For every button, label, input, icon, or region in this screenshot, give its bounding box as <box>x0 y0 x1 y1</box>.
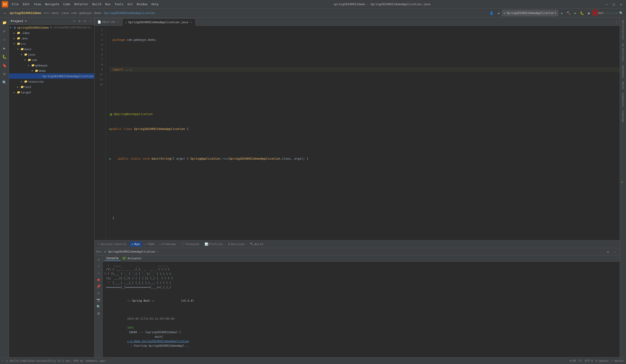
tree-target[interactable]: ▶ 📁 target <box>9 90 94 95</box>
status-branch[interactable]: ⑂ master <box>611 359 624 363</box>
status-indent[interactable]: 4 spaces <box>596 359 609 363</box>
pin-btn[interactable]: 📌 <box>95 283 102 289</box>
bt-problems[interactable]: ⚠ Problems <box>157 242 178 247</box>
tree-java[interactable]: ▼ 📁 java <box>9 52 94 57</box>
settings-gear-btn[interactable]: ⚙ <box>605 248 611 255</box>
settings-btn[interactable]: ⚙ <box>83 19 87 23</box>
right-endpoints[interactable]: Endpoints <box>621 91 625 109</box>
menu-window[interactable]: Window <box>135 2 149 6</box>
menu-git[interactable]: Git <box>126 2 134 6</box>
menu-run[interactable]: Run <box>104 2 112 6</box>
tree-src[interactable]: ▼ 📁 src <box>9 41 94 46</box>
panel-close-btn[interactable]: — <box>88 19 92 23</box>
maximize-button[interactable]: □ <box>611 1 617 7</box>
right-notifications[interactable]: Notifications <box>621 18 625 41</box>
tree-idea[interactable]: ▶ 📁 .idea <box>9 30 94 36</box>
coverage-btn[interactable]: ◉ <box>586 10 592 16</box>
scroll-down-btn[interactable]: ↓ <box>95 270 102 276</box>
tree-main-class[interactable]: ▶ ☕ Spring20240921demoApplication <box>9 73 94 79</box>
sidebar-git-btn[interactable]: ⑂ <box>0 36 8 44</box>
run-refresh-btn[interactable]: ↻ <box>559 10 565 16</box>
tree-gobeyye-arrow: ▼ <box>28 64 31 67</box>
menu-code[interactable]: Code <box>61 2 72 6</box>
filter-btn[interactable]: ≡ <box>95 290 102 296</box>
main-tab-close[interactable]: ✕ <box>190 20 193 24</box>
help-tab-close[interactable]: ✕ <box>116 20 119 24</box>
status-line-ending[interactable]: LF <box>579 359 582 363</box>
gc-btn[interactable]: 🗑 <box>95 310 102 317</box>
search-btn[interactable]: 🔍 <box>618 10 624 16</box>
bt-profiler[interactable]: 📊 Profiler <box>202 242 226 247</box>
tree-resources[interactable]: ▶ 📁 resources <box>9 79 94 84</box>
sidebar-run-btn[interactable]: ▶ <box>0 44 8 52</box>
tab-help[interactable]: 📄 HELP.md ✕ <box>95 18 122 25</box>
run-line-7-btn[interactable]: ▶ <box>109 126 111 131</box>
collapse-btn[interactable]: ⊟ <box>77 19 82 23</box>
camera-btn[interactable]: 📷 <box>95 297 102 303</box>
bt-terminal[interactable]: ⬛ Terminal <box>179 242 202 247</box>
menu-view[interactable]: View <box>32 2 43 6</box>
tree-demo[interactable]: ▼ 📁 demo <box>9 68 94 73</box>
run-panel-close[interactable]: ✕ <box>157 250 159 253</box>
tree-mvn[interactable]: ▶ 📁 .mvn <box>9 36 94 41</box>
run-btn[interactable]: ▶ <box>572 10 579 16</box>
tree-com[interactable]: ▼ 📁 com <box>9 57 94 63</box>
status-encoding[interactable]: UTF-8 <box>585 359 593 363</box>
code-content[interactable]: package com.gobeyye.demo; import ...; 🌿 … <box>106 26 620 240</box>
main-area: 📁 ✔ ⑂ ▶ 🐛 🔖 ≡ 🔍 Project ▼ ⊙ ⊟ <box>0 18 626 357</box>
sync-btn[interactable]: ⊙ <box>72 19 76 23</box>
menu-navigate[interactable]: Navigate <box>43 2 61 6</box>
tab-more-btn[interactable]: ⋮ <box>613 18 620 25</box>
analyze-btn[interactable]: 🔍 <box>95 303 102 310</box>
status-position[interactable]: 4:69 <box>570 359 576 363</box>
minimize-button[interactable]: — <box>603 1 610 7</box>
bt-version-control[interactable]: ⑂ Version Control <box>95 242 129 247</box>
back-button[interactable]: ← <box>2 10 8 16</box>
close-button[interactable]: ✕ <box>618 1 624 7</box>
project-panel-dropdown[interactable]: ▼ <box>25 19 27 23</box>
nav-btn-back[interactable]: ◄ <box>495 10 502 16</box>
run-config-selector[interactable]: ▶ Spring20240921demoApplication ▼ <box>502 10 558 16</box>
bt-services[interactable]: ⚙ Services <box>226 242 247 247</box>
minimize-panel-btn[interactable]: — <box>612 248 618 255</box>
tree-main[interactable]: ▼ 📁 main <box>9 46 94 52</box>
right-maven[interactable]: Maven <box>621 80 625 91</box>
right-database[interactable]: Database <box>621 64 625 80</box>
bt-build[interactable]: 🔨 Build <box>248 242 265 247</box>
console-output[interactable]: . ____ _ __ _ _ /\\ / ___'_ __ _ _(_)_ _… <box>103 262 620 357</box>
scroll-up-btn[interactable]: ↑ <box>95 263 102 269</box>
sidebar-debug-btn[interactable]: 🐛 <box>0 53 8 61</box>
run-line-9-btn[interactable]: ▶ <box>109 156 111 161</box>
sidebar-bookmarks-btn[interactable]: 🔖 <box>0 61 8 69</box>
stop-button[interactable]: ■ <box>592 10 598 15</box>
menu-file[interactable]: File <box>10 2 20 6</box>
tab-main[interactable]: ☕ Spring20240921demoApplication.java ✕ <box>122 18 196 26</box>
stop-run-btn[interactable]: ■ <box>95 277 102 283</box>
sidebar-structure-btn[interactable]: ≡ <box>0 70 8 78</box>
code-editor[interactable]: 1 2 3 4 5 6 7 8 9 12 13 14 package com.g… <box>95 26 620 240</box>
sidebar-project-btn[interactable]: 📁 <box>0 18 8 27</box>
bt-run[interactable]: ▶ Run <box>129 242 142 247</box>
rerun-btn[interactable]: ↺ <box>95 256 102 262</box>
tree-gobeyye[interactable]: ▼ 📁 gobeyye <box>9 63 94 68</box>
bt-todo[interactable]: ✏ TODO <box>143 242 157 247</box>
run-build-btn[interactable]: 🔨 <box>565 10 572 16</box>
menu-build[interactable]: Build <box>91 2 103 6</box>
tree-root[interactable]: ▼ ◉ spring20240921demo D:\Gitee代码\日常代码\d… <box>9 25 94 30</box>
sidebar-find-btn[interactable]: 🔍 <box>0 78 8 86</box>
tree-test[interactable]: ▶ 📁 test <box>9 84 94 90</box>
menu-help[interactable]: Help <box>150 2 160 6</box>
sidebar-commit-btn[interactable]: ✔ <box>0 27 8 35</box>
right-ai-assistant[interactable]: AI Assistant <box>621 42 625 63</box>
git-fetch[interactable]: ↓ <box>613 11 615 15</box>
git-revert[interactable]: ↩ <box>616 11 618 15</box>
nav-btn-1[interactable]: 👤 <box>488 10 495 16</box>
menu-tools[interactable]: Tools <box>113 2 125 6</box>
menu-refactor[interactable]: Refactor <box>73 2 90 6</box>
console-subtab-actuator[interactable]: 🌿 Actuator <box>120 256 143 260</box>
debug-btn[interactable]: 🐛 <box>579 10 585 16</box>
right-coverage[interactable]: Coverage <box>621 109 625 124</box>
console-subtab-console[interactable]: Console <box>104 256 120 261</box>
menu-edit[interactable]: Edit <box>21 2 32 6</box>
git-push[interactable]: ↑ <box>611 11 612 15</box>
